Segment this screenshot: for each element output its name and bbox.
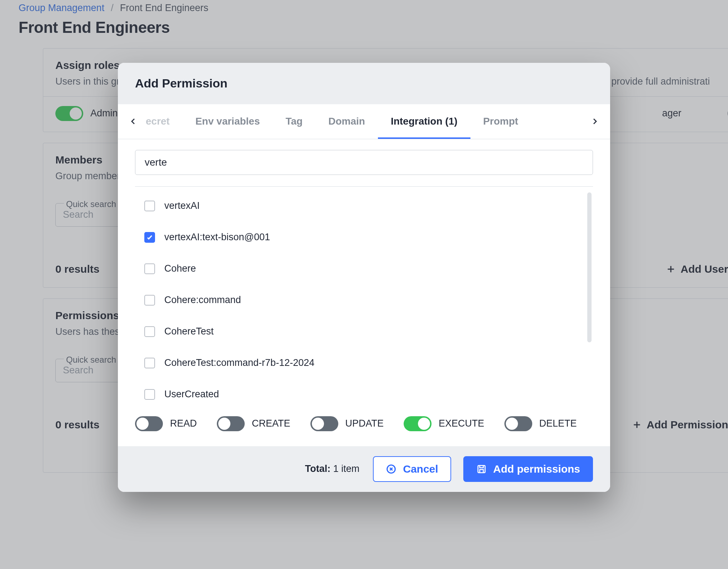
read-perm-toggle[interactable] bbox=[135, 416, 163, 431]
integration-item-checkbox[interactable] bbox=[144, 232, 155, 243]
save-icon bbox=[476, 464, 487, 474]
modal-title: Add Permission bbox=[118, 63, 610, 104]
modal-footer: Total: 1 item Cancel Add permissions bbox=[118, 446, 610, 492]
list-scrollbar[interactable] bbox=[587, 192, 592, 342]
tab-integration-label: Integration bbox=[391, 116, 443, 127]
total-label: Total: bbox=[305, 463, 330, 474]
add-permissions-label: Add permissions bbox=[493, 463, 580, 475]
execute-perm-toggle[interactable] bbox=[404, 416, 432, 431]
tab-secret-partial[interactable]: ecret bbox=[141, 104, 183, 139]
cancel-icon bbox=[386, 464, 397, 474]
integration-item[interactable]: vertexAI bbox=[144, 190, 584, 222]
integration-item-checkbox[interactable] bbox=[144, 326, 155, 337]
integration-item[interactable]: CohereTest:command-r7b-12-2024 bbox=[144, 347, 584, 379]
integration-item[interactable]: vertexAI:text-bison@001 bbox=[144, 222, 584, 253]
chevron-right-icon bbox=[590, 117, 599, 126]
delete-perm-label: DELETE bbox=[539, 417, 577, 430]
modal-search-box bbox=[135, 150, 593, 175]
tab-integration-count: (1) bbox=[445, 116, 457, 127]
integration-item-checkbox[interactable] bbox=[144, 201, 155, 211]
integration-item-checkbox[interactable] bbox=[144, 263, 155, 274]
integration-item[interactable]: UserCreated bbox=[144, 379, 584, 404]
tab-prompt[interactable]: Prompt bbox=[470, 104, 531, 139]
integration-item[interactable]: Cohere bbox=[144, 253, 584, 284]
integration-item[interactable]: Cohere:command bbox=[144, 284, 584, 316]
integration-item-label: UserCreated bbox=[164, 388, 219, 401]
integration-item-checkbox[interactable] bbox=[144, 295, 155, 306]
chevron-left-icon bbox=[129, 117, 138, 126]
modal-tabs: ecret Env variables Tag Domain Integrati… bbox=[118, 104, 610, 139]
create-perm-label: CREATE bbox=[252, 417, 290, 430]
integration-item-label: vertexAI:text-bison@001 bbox=[164, 231, 270, 244]
tab-integration[interactable]: Integration (1) bbox=[378, 104, 470, 139]
cancel-button[interactable]: Cancel bbox=[373, 456, 451, 482]
total-summary: Total: 1 item bbox=[305, 462, 360, 476]
tab-env-variables[interactable]: Env variables bbox=[183, 104, 273, 139]
delete-perm-toggle[interactable] bbox=[504, 416, 532, 431]
tab-domain[interactable]: Domain bbox=[315, 104, 378, 139]
integration-item-checkbox[interactable] bbox=[144, 389, 155, 400]
integration-list-scroll[interactable]: vertexAIvertexAI:text-bison@001CohereCoh… bbox=[135, 187, 593, 404]
create-perm-toggle[interactable] bbox=[217, 416, 245, 431]
add-permissions-button[interactable]: Add permissions bbox=[463, 456, 593, 482]
tabs-scroll-area: ecret Env variables Tag Domain Integrati… bbox=[141, 104, 587, 139]
modal-search-input[interactable] bbox=[144, 156, 584, 168]
update-perm-toggle[interactable] bbox=[310, 416, 338, 431]
tabs-scroll-left[interactable] bbox=[125, 117, 141, 126]
tabs-scroll-right[interactable] bbox=[587, 117, 603, 126]
cancel-label: Cancel bbox=[403, 463, 438, 475]
integration-item-label: Cohere bbox=[164, 262, 196, 276]
update-perm-label: UPDATE bbox=[345, 417, 384, 430]
integration-list: vertexAIvertexAI:text-bison@001CohereCoh… bbox=[135, 186, 593, 404]
integration-item-label: vertexAI bbox=[164, 199, 200, 213]
permission-type-toggles: READ CREATE UPDATE EXECUTE DELETE bbox=[135, 404, 593, 446]
tab-tag[interactable]: Tag bbox=[273, 104, 316, 139]
total-value: 1 item bbox=[333, 463, 360, 474]
integration-item-label: CohereTest bbox=[164, 325, 214, 338]
read-perm-label: READ bbox=[170, 417, 197, 430]
integration-item[interactable]: CohereTest bbox=[144, 316, 584, 347]
check-icon bbox=[146, 234, 153, 241]
modal-body: vertexAIvertexAI:text-bison@001CohereCoh… bbox=[118, 139, 610, 446]
integration-item-label: Cohere:command bbox=[164, 293, 241, 307]
integration-item-checkbox[interactable] bbox=[144, 358, 155, 368]
execute-perm-label: EXECUTE bbox=[439, 417, 484, 430]
add-permission-modal: Add Permission ecret Env variables Tag D… bbox=[118, 63, 610, 492]
integration-item-label: CohereTest:command-r7b-12-2024 bbox=[164, 356, 314, 370]
modal-overlay[interactable]: Add Permission ecret Env variables Tag D… bbox=[0, 0, 728, 569]
